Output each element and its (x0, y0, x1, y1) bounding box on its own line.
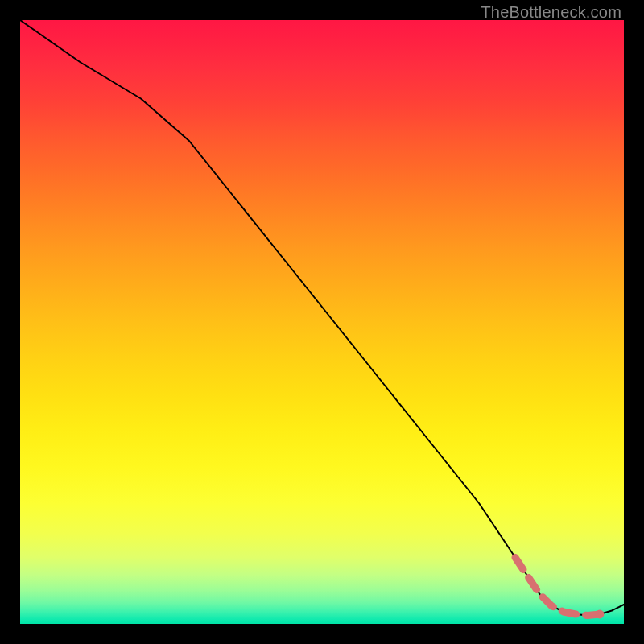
series-highlight-segment-endpoint (596, 610, 605, 619)
series-group (20, 20, 624, 618)
series-highlight-segment (515, 558, 600, 616)
chart-container: TheBottleneck.com (0, 0, 644, 644)
chart-svg (20, 20, 624, 624)
series-main-curve (20, 20, 624, 616)
watermark-text: TheBottleneck.com (481, 3, 621, 22)
